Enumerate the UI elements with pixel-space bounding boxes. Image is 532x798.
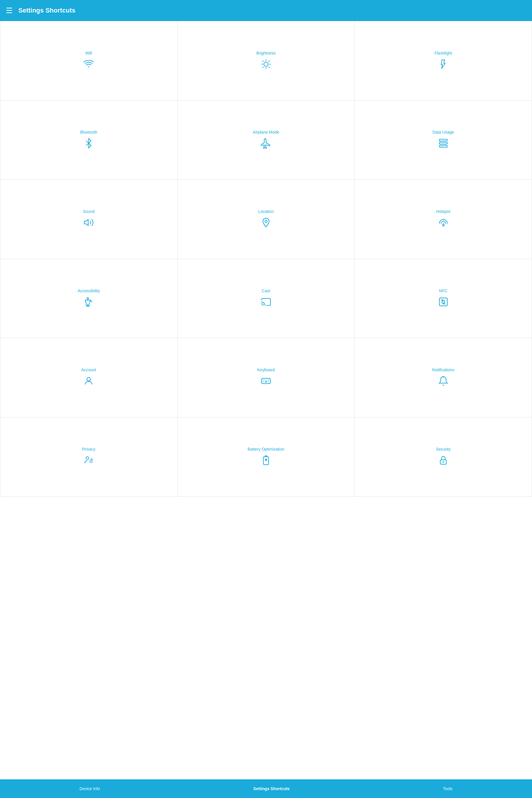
- shortcut-cast[interactable]: Cast: [178, 259, 355, 338]
- shortcut-label-sound: Sound: [83, 209, 95, 214]
- shortcut-keyboard[interactable]: Keyboard: [178, 338, 355, 417]
- shortcut-location[interactable]: Location: [178, 180, 355, 259]
- shortcut-security[interactable]: Security: [355, 417, 532, 497]
- shortcut-notifications[interactable]: Notifications: [355, 338, 532, 417]
- svg-line-8: [269, 61, 269, 61]
- sound-icon: [83, 217, 94, 229]
- shortcut-wifi[interactable]: Wifi: [0, 21, 178, 101]
- svg-point-19: [91, 301, 92, 302]
- shortcut-nfc[interactable]: NFC: [355, 259, 532, 338]
- wifi-icon: [83, 59, 94, 71]
- shortcut-label-wifi: Wifi: [86, 51, 92, 55]
- shortcut-label-brightness: Brightness: [256, 51, 276, 55]
- hotspot-icon: [438, 217, 449, 229]
- svg-point-17: [87, 298, 89, 299]
- footer-settings-shortcuts[interactable]: Settings Shortcuts: [253, 786, 289, 791]
- svg-point-33: [86, 457, 89, 459]
- account-icon: [83, 376, 94, 387]
- svg-rect-12: [439, 142, 447, 144]
- shortcut-label-bluetooth: Bluetooth: [80, 130, 97, 134]
- shortcut-airplane-mode[interactable]: Airplane Mode: [178, 101, 355, 180]
- svg-line-7: [269, 67, 269, 68]
- shortcut-brightness[interactable]: Brightness: [178, 21, 355, 101]
- shortcut-flashlight[interactable]: Flashlight: [355, 21, 532, 101]
- shortcut-accessibility[interactable]: Accessibility: [0, 259, 178, 338]
- data-usage-icon: [438, 138, 449, 150]
- shortcut-label-accessibility: Accessibility: [78, 288, 100, 293]
- airplane-icon: [261, 138, 271, 150]
- svg-rect-24: [262, 378, 270, 383]
- svg-point-23: [87, 377, 90, 381]
- shortcut-label-keyboard: Keyboard: [257, 367, 275, 372]
- shortcut-label-location: Location: [259, 209, 274, 214]
- svg-point-42: [442, 461, 444, 462]
- svg-rect-21: [439, 298, 447, 306]
- security-icon: [438, 455, 449, 467]
- svg-rect-22: [442, 300, 444, 303]
- shortcut-label-account: Account: [81, 367, 96, 372]
- shortcuts-grid: Wifi Brightness Flashlight Bluetooth Air…: [0, 21, 532, 497]
- footer-tools[interactable]: Tools: [443, 786, 453, 791]
- notifications-icon: [438, 376, 449, 387]
- menu-icon[interactable]: ☰: [6, 6, 13, 15]
- flashlight-icon: [438, 59, 449, 71]
- svg-line-9: [263, 67, 263, 68]
- shortcut-label-privacy: Privacy: [82, 447, 95, 452]
- svg-rect-11: [439, 139, 447, 141]
- content-spacer: [0, 497, 532, 780]
- footer-device-info[interactable]: Device Info: [80, 786, 100, 791]
- bluetooth-icon: [83, 138, 94, 150]
- svg-point-1: [264, 62, 268, 66]
- shortcut-bluetooth[interactable]: Bluetooth: [0, 101, 178, 180]
- shortcut-label-flashlight: Flashlight: [435, 51, 452, 55]
- shortcut-account[interactable]: Account: [0, 338, 178, 417]
- svg-point-15: [265, 220, 267, 223]
- app-footer: Device InfoSettings ShortcutsTools: [0, 779, 532, 798]
- svg-point-0: [88, 66, 90, 68]
- app-header: ☰ Settings Shortcuts: [0, 0, 532, 21]
- brightness-icon: [261, 59, 271, 71]
- shortcut-data-usage[interactable]: Data Usage: [355, 101, 532, 180]
- accessibility-icon: [83, 297, 94, 309]
- shortcut-battery-optimization[interactable]: Battery Optimization: [178, 417, 355, 497]
- shortcut-privacy[interactable]: Privacy: [0, 417, 178, 497]
- battery-icon: [261, 455, 271, 467]
- privacy-icon: [83, 455, 94, 467]
- keyboard-icon: [261, 376, 271, 387]
- nfc-icon: [438, 297, 449, 309]
- svg-marker-14: [84, 219, 88, 226]
- shortcut-label-battery-optimization: Battery Optimization: [248, 447, 284, 452]
- svg-line-6: [263, 61, 263, 61]
- shortcut-label-hotspot: Hotspot: [436, 209, 450, 214]
- header-title: Settings Shortcuts: [18, 7, 76, 14]
- svg-marker-10: [441, 60, 445, 69]
- cast-icon: [261, 297, 271, 309]
- shortcut-label-cast: Cast: [262, 288, 270, 293]
- shortcut-label-security: Security: [436, 447, 451, 452]
- shortcut-hotspot[interactable]: Hotspot: [355, 180, 532, 259]
- shortcut-label-data-usage: Data Usage: [433, 130, 454, 134]
- svg-rect-13: [439, 146, 447, 147]
- shortcut-label-nfc: NFC: [439, 288, 448, 293]
- shortcut-label-airplane-mode: Airplane Mode: [253, 130, 279, 134]
- shortcut-label-notifications: Notifications: [432, 367, 454, 372]
- location-icon: [261, 217, 271, 229]
- shortcut-sound[interactable]: Sound: [0, 180, 178, 259]
